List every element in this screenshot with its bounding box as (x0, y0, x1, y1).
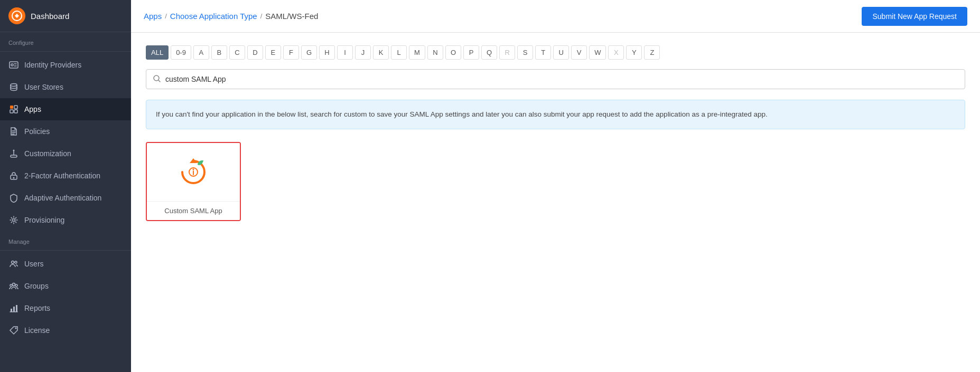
alpha-btn-d[interactable]: D (247, 45, 263, 60)
svg-point-15 (10, 284, 12, 287)
submit-new-app-button[interactable]: Submit New App Request (862, 7, 967, 26)
main-content: Apps / Choose Application Type / SAML/WS… (131, 0, 980, 372)
database-icon (8, 82, 19, 92)
info-banner: If you can't find your application in th… (146, 100, 965, 129)
alpha-btn-g[interactable]: G (301, 45, 317, 60)
sidebar-item-label: Provisioning (24, 216, 64, 224)
alpha-btn-a[interactable]: A (193, 45, 209, 60)
alpha-btn-t[interactable]: T (535, 45, 551, 60)
top-bar: Apps / Choose Application Type / SAML/WS… (131, 0, 980, 33)
alphabet-filter: ALL0-9ABCDEFGHIJKLMNOPQRSTUVWXYZ (146, 45, 965, 60)
alpha-btn-m[interactable]: M (409, 45, 425, 60)
alpha-btn-l[interactable]: L (391, 45, 407, 60)
chart-icon (8, 303, 19, 313)
alpha-btn-u[interactable]: U (553, 45, 569, 60)
svg-point-8 (13, 150, 15, 151)
breadcrumb-choose-type-link[interactable]: Choose Application Type (170, 12, 257, 21)
breadcrumb-sep-2: / (260, 12, 263, 20)
custom-saml-icon (177, 156, 210, 188)
svg-rect-7 (14, 110, 17, 113)
alpha-btn-c[interactable]: C (229, 45, 245, 60)
sidebar-item-label: Reports (24, 304, 50, 312)
users-icon (8, 259, 19, 269)
svg-rect-5 (14, 106, 17, 109)
alpha-btn-w[interactable]: W (589, 45, 606, 60)
svg-rect-17 (11, 309, 12, 312)
sidebar: Dashboard Configure Identity Providers U… (0, 0, 131, 372)
alpha-btn-j[interactable]: J (355, 45, 371, 60)
sidebar-item-policies[interactable]: Policies (0, 120, 131, 142)
svg-point-20 (15, 328, 17, 329)
alpha-btn-k[interactable]: K (373, 45, 389, 60)
sidebar-item-user-stores[interactable]: User Stores (0, 76, 131, 98)
sidebar-item-adaptive-auth[interactable]: Adaptive Authentication (0, 187, 131, 209)
lock-icon (8, 170, 19, 181)
alpha-btn-z[interactable]: Z (644, 45, 660, 60)
sidebar-item-identity-providers[interactable]: Identity Providers (0, 54, 131, 76)
breadcrumb-current: SAML/WS-Fed (265, 12, 318, 21)
alpha-btn-q[interactable]: Q (481, 45, 497, 60)
configure-section-label: Configure (0, 32, 131, 49)
alpha-btn-n[interactable]: N (427, 45, 443, 60)
apps-icon (8, 104, 19, 115)
sidebar-logo-text: Dashboard (31, 12, 69, 21)
svg-rect-4 (10, 106, 13, 109)
alpha-btn-v[interactable]: V (571, 45, 587, 60)
breadcrumb-apps-link[interactable]: Apps (144, 12, 162, 21)
alpha-btn-y[interactable]: Y (626, 45, 642, 60)
sidebar-item-label: Customization (24, 149, 71, 158)
gear-icon (8, 215, 19, 225)
svg-point-11 (13, 219, 15, 222)
group-icon (8, 281, 19, 291)
file-icon (8, 126, 19, 137)
alpha-btn-p[interactable]: P (463, 45, 479, 60)
svg-rect-18 (13, 307, 15, 312)
breadcrumb: Apps / Choose Application Type / SAML/WS… (144, 12, 318, 21)
sidebar-item-groups[interactable]: Groups (0, 275, 131, 297)
app-card-custom-saml[interactable]: Custom SAML App (146, 142, 241, 221)
alpha-btn-e[interactable]: E (265, 45, 281, 60)
sidebar-item-customization[interactable]: Customization (0, 142, 131, 165)
tag-icon (8, 325, 19, 336)
app-card-label: Custom SAML App (147, 201, 240, 220)
paint-icon (8, 148, 19, 159)
sidebar-item-label: Policies (24, 127, 50, 136)
sidebar-item-label: 2-Factor Authentication (24, 171, 100, 180)
sidebar-item-label: Groups (24, 282, 49, 290)
search-icon (153, 74, 161, 84)
alpha-btn-b[interactable]: B (211, 45, 227, 60)
svg-point-3 (11, 84, 17, 87)
search-wrapper (146, 69, 965, 89)
manage-section-label: Manage (0, 231, 131, 248)
alpha-btn-h[interactable]: H (319, 45, 335, 60)
alpha-btn-r: R (499, 45, 515, 60)
alpha-btn-all[interactable]: ALL (146, 45, 169, 60)
shield-icon (8, 193, 19, 203)
svg-rect-6 (10, 110, 13, 113)
svg-point-12 (12, 261, 14, 264)
id-card-icon (8, 60, 19, 70)
app-card-icon-area (147, 143, 240, 201)
content-area: ALL0-9ABCDEFGHIJKLMNOPQRSTUVWXYZ If you … (131, 33, 980, 372)
alpha-btn-o[interactable]: O (445, 45, 461, 60)
alpha-btn-s[interactable]: S (517, 45, 533, 60)
sidebar-item-label: Apps (24, 105, 41, 113)
sidebar-item-two-factor[interactable]: 2-Factor Authentication (0, 165, 131, 187)
alpha-btn-i[interactable]: I (337, 45, 353, 60)
sidebar-item-label: Adaptive Authentication (24, 194, 101, 202)
sidebar-item-reports[interactable]: Reports (0, 297, 131, 319)
alpha-btn-0-9[interactable]: 0-9 (171, 45, 191, 60)
sidebar-item-users[interactable]: Users (0, 253, 131, 275)
svg-point-16 (15, 284, 17, 287)
sidebar-item-apps[interactable]: Apps (0, 98, 131, 120)
breadcrumb-sep-1: / (165, 12, 167, 20)
alpha-btn-f[interactable]: F (283, 45, 299, 60)
sidebar-logo: Dashboard (0, 0, 131, 32)
sidebar-item-provisioning[interactable]: Provisioning (0, 209, 131, 231)
alpha-btn-x: X (608, 45, 624, 60)
sidebar-item-license[interactable]: License (0, 319, 131, 341)
svg-point-24 (193, 168, 194, 170)
sidebar-item-label: User Stores (24, 83, 63, 91)
search-input[interactable] (165, 70, 958, 89)
svg-rect-19 (16, 305, 17, 312)
